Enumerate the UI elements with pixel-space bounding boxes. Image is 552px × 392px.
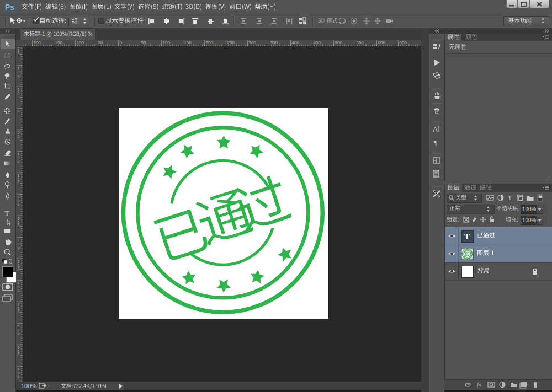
svg-text:0: 0 <box>18 267 20 271</box>
svg-text:0: 0 <box>18 310 20 314</box>
svg-text:0: 0 <box>18 353 20 357</box>
svg-text:400: 400 <box>292 40 300 45</box>
svg-text:100: 100 <box>163 40 171 45</box>
svg-text:A: A <box>433 125 438 133</box>
svg-text:0: 0 <box>18 73 20 77</box>
svg-text:100%: 100% <box>522 217 537 223</box>
svg-text:50: 50 <box>141 40 146 45</box>
svg-text:500: 500 <box>335 40 343 45</box>
svg-text:100: 100 <box>77 40 84 45</box>
svg-text:650: 650 <box>400 40 407 45</box>
svg-text:250: 250 <box>227 40 235 45</box>
svg-text:Ps: Ps <box>5 3 14 12</box>
svg-text:0: 0 <box>18 331 20 335</box>
svg-text:0: 0 <box>18 202 20 206</box>
svg-text:0: 0 <box>18 159 20 163</box>
svg-text:0: 0 <box>18 92 20 95</box>
svg-text:0: 0 <box>18 224 20 228</box>
svg-text:150: 150 <box>55 40 63 45</box>
svg-text:0: 0 <box>18 245 20 249</box>
svg-text:0: 0 <box>120 40 123 45</box>
svg-text:T: T <box>464 232 470 241</box>
svg-text:450: 450 <box>314 40 321 45</box>
svg-text:100%: 100% <box>21 383 36 389</box>
svg-text:0: 0 <box>18 181 20 185</box>
svg-text:100%: 100% <box>522 206 537 212</box>
svg-text:200: 200 <box>34 40 41 45</box>
svg-text:200: 200 <box>206 40 214 45</box>
svg-text:50: 50 <box>98 40 103 45</box>
svg-text:0: 0 <box>18 288 20 292</box>
svg-text:T: T <box>508 194 512 202</box>
svg-text:T: T <box>5 209 9 217</box>
svg-text:300: 300 <box>249 40 257 45</box>
svg-text:0: 0 <box>18 52 20 56</box>
svg-text:0: 0 <box>18 374 20 378</box>
svg-text:350: 350 <box>270 40 278 45</box>
svg-text:0: 0 <box>18 109 20 113</box>
svg-text:fx: fx <box>477 381 481 388</box>
svg-text:550: 550 <box>357 40 364 45</box>
svg-text:600: 600 <box>378 40 386 45</box>
svg-text:150: 150 <box>184 40 192 45</box>
svg-text:0: 0 <box>18 135 20 138</box>
svg-text:¶: ¶ <box>434 138 437 147</box>
